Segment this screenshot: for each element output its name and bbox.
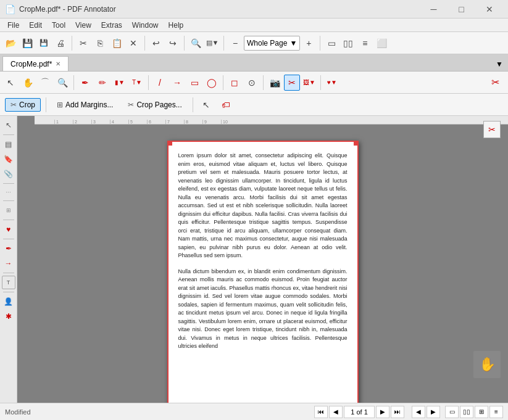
window-title: CropMe.pdf* - PDF Annotator xyxy=(19,5,420,14)
favorite-button[interactable]: ♥▼ xyxy=(324,75,340,91)
maximize-button[interactable]: □ xyxy=(448,0,475,19)
sidebar-heart-button[interactable]: ♥ xyxy=(2,223,15,236)
cut-button[interactable]: ✂ xyxy=(75,35,91,51)
page-prev-button[interactable]: ◀ xyxy=(329,406,343,418)
single-page-button[interactable]: ▭ xyxy=(323,35,339,51)
sidebar-pen-button[interactable]: ✒ xyxy=(2,242,15,255)
shape-tool-button[interactable]: ▭ xyxy=(186,75,202,91)
two-page-button[interactable]: ▯▯ xyxy=(340,35,356,51)
pdf-tab[interactable]: CropMe.pdf* ✕ xyxy=(2,56,69,71)
line-tool-button[interactable]: / xyxy=(152,75,168,91)
highlighter-button[interactable]: ▮▼ xyxy=(112,75,128,91)
minimize-button[interactable]: ─ xyxy=(420,0,448,19)
edit-toolbar-group: ✂ ⎘ 📋 ✕ xyxy=(75,35,141,51)
sep-a3 xyxy=(223,75,223,90)
save-button[interactable]: 💾 xyxy=(19,35,35,51)
sidebar-arrow-button[interactable]: → xyxy=(2,257,15,270)
crop-pages-label: Crop Pages... xyxy=(136,101,181,109)
crop-float-icon[interactable]: ✂ xyxy=(483,121,501,138)
sidebar-cursor-button[interactable]: ↖ xyxy=(2,118,15,132)
zoom-out-button[interactable]: − xyxy=(227,35,243,51)
save-alt-button[interactable]: 💾 xyxy=(36,35,52,51)
nav-forward-button[interactable]: ▶ xyxy=(427,406,440,418)
image-button[interactable]: 🖼▼ xyxy=(301,75,317,91)
sidebar-ruler-button[interactable]: ⊞ xyxy=(2,204,15,217)
pdf-page: Lorem ipsum dolor sit amet, consectetur … xyxy=(167,141,359,403)
window-controls: ─ □ ✕ xyxy=(420,0,503,19)
print-button[interactable]: 🖨 xyxy=(52,35,69,51)
sidebar-person-button[interactable]: 👤 xyxy=(2,295,15,308)
close-button[interactable]: ✕ xyxy=(475,0,503,19)
paste-button[interactable]: 📋 xyxy=(109,35,125,51)
annotation-toolbar: ↖ ✋ ⌒ 🔍 ✒ ✏ ▮▼ T▼ / → ▭ ◯ ◻ ⊙ 📷 ✂ 🖼▼ ♥▼ … xyxy=(0,72,508,94)
grid-view-button[interactable]: ⊞ xyxy=(475,406,488,418)
ellipse-button[interactable]: ◯ xyxy=(204,75,220,91)
arrow-tool-button[interactable]: → xyxy=(169,75,185,91)
pen-tool-button[interactable]: ✒ xyxy=(77,75,93,91)
tag-button[interactable]: 🏷 xyxy=(218,97,234,113)
bookmarks-button[interactable]: ▤▼ xyxy=(204,35,220,51)
stamp-button[interactable]: 📷 xyxy=(267,75,283,91)
left-sidebar: ↖ ▤ 🔖 📎 ··· ⊞ ♥ ✒ → T 👤 ✱ xyxy=(0,116,17,403)
sep-2 xyxy=(144,36,145,51)
fullscreen-button[interactable]: ⬜ xyxy=(373,35,389,51)
sidebar-bookmarks-button[interactable]: 🔖 xyxy=(2,152,15,166)
ruler-mark: 2 xyxy=(73,120,91,124)
sep-5 xyxy=(320,36,320,51)
double-view-button[interactable]: ▯▯ xyxy=(460,406,473,418)
undo-button[interactable]: ↩ xyxy=(148,35,164,51)
menu-view[interactable]: View xyxy=(70,20,96,31)
sidebar-text-button[interactable]: T xyxy=(2,276,15,289)
page-input[interactable] xyxy=(344,406,375,418)
open-button[interactable]: 📂 xyxy=(2,35,19,51)
add-margins-button[interactable]: ⊞ Add Margins... xyxy=(51,98,119,112)
single-view-button[interactable]: ▭ xyxy=(445,406,459,418)
lasso-button[interactable]: ⌒ xyxy=(37,75,53,91)
menu-help[interactable]: Help xyxy=(164,20,189,31)
crop-tool-active-button[interactable]: ✂ xyxy=(284,75,300,91)
sidebar-div-2 xyxy=(3,183,14,184)
crop-corner-tl xyxy=(167,141,172,146)
zoom-rect-button[interactable]: 🔍 xyxy=(54,75,70,91)
menu-edit[interactable]: Edit xyxy=(24,20,47,31)
crop-corner-tr xyxy=(354,141,359,146)
sep-a5 xyxy=(320,75,321,90)
arrow-select-button[interactable]: ↖ xyxy=(198,97,214,113)
ruler-mark: 3 xyxy=(91,120,110,124)
find-button[interactable]: 🔍 xyxy=(188,35,204,51)
delete-button[interactable]: ✕ xyxy=(125,35,141,51)
page-next-button[interactable]: ▶ xyxy=(376,406,389,418)
action-button[interactable]: ✋ xyxy=(473,351,501,378)
crop-pages-button[interactable]: ✂ Crop Pages... xyxy=(122,98,187,112)
eraser-button[interactable]: ◻ xyxy=(227,75,243,91)
redo-button[interactable]: ↪ xyxy=(165,35,181,51)
crop-button[interactable]: ✂ Crop xyxy=(5,98,41,112)
select-tool-button[interactable]: ↖ xyxy=(2,75,19,91)
menu-window[interactable]: Window xyxy=(127,20,164,31)
tab-close-button[interactable]: ✕ xyxy=(56,60,60,67)
sidebar-div-3 xyxy=(3,200,14,201)
tab-list-dropdown[interactable]: ▼ xyxy=(493,57,506,71)
search-toolbar-group: 🔍 ▤▼ xyxy=(188,35,220,51)
sidebar-star-button[interactable]: ✱ xyxy=(2,310,15,323)
nav-back-button[interactable]: ◀ xyxy=(412,406,425,418)
menu-tool[interactable]: Tool xyxy=(47,20,70,31)
menu-extras[interactable]: Extras xyxy=(96,20,127,31)
hand-tool-button[interactable]: ✋ xyxy=(20,75,36,91)
select-shape-button[interactable]: ⊙ xyxy=(244,75,260,91)
sidebar-pages-button[interactable]: ▤ xyxy=(2,138,15,151)
text-tool-button[interactable]: T▼ xyxy=(129,75,145,91)
continuous-button[interactable]: ≡ xyxy=(357,35,373,51)
page-first-button[interactable]: ⏮ xyxy=(314,406,328,418)
sep-4 xyxy=(223,36,224,51)
sidebar-attach-button[interactable]: 📎 xyxy=(2,167,15,181)
pencil-button[interactable]: ✏ xyxy=(94,75,110,91)
page-last-button[interactable]: ⏭ xyxy=(391,406,404,418)
menu-file[interactable]: File xyxy=(2,20,24,31)
view-mode-dropdown[interactable]: Whole Page ▼ xyxy=(244,36,300,51)
copy-button[interactable]: ⎘ xyxy=(92,35,108,51)
scroll-view-button[interactable]: ≡ xyxy=(489,406,503,418)
crop-corner-button[interactable]: ✂ xyxy=(487,75,503,91)
crop-indicator-button[interactable]: ✂ xyxy=(483,121,501,138)
zoom-in-button[interactable]: + xyxy=(301,35,317,51)
